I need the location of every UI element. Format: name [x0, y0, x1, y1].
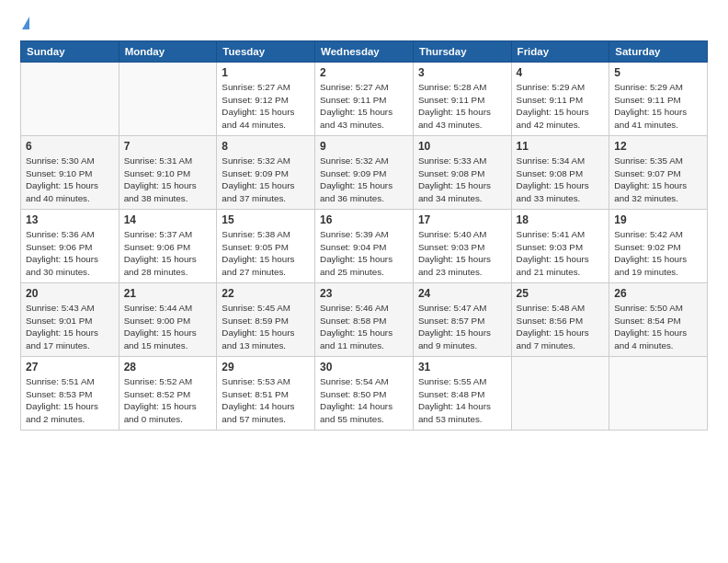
day-number: 12: [614, 140, 702, 153]
page: SundayMondayTuesdayWednesdayThursdayFrid…: [0, 0, 728, 440]
calendar-day: 21Sunrise: 5:44 AM Sunset: 9:00 PM Dayli…: [119, 283, 217, 357]
day-number: 15: [222, 213, 310, 226]
calendar-day: 2Sunrise: 5:27 AM Sunset: 9:11 PM Daylig…: [315, 63, 414, 136]
calendar-header-row: SundayMondayTuesdayWednesdayThursdayFrid…: [21, 41, 708, 63]
calendar-day: 15Sunrise: 5:38 AM Sunset: 9:05 PM Dayli…: [217, 210, 315, 283]
calendar-day: 28Sunrise: 5:52 AM Sunset: 8:52 PM Dayli…: [119, 357, 217, 431]
calendar-day: [119, 63, 217, 136]
day-number: 7: [124, 140, 212, 153]
day-detail: Sunrise: 5:38 AM Sunset: 9:05 PM Dayligh…: [222, 228, 310, 279]
day-number: 10: [418, 140, 506, 153]
day-detail: Sunrise: 5:32 AM Sunset: 9:09 PM Dayligh…: [320, 155, 408, 205]
calendar-day: 7Sunrise: 5:31 AM Sunset: 9:10 PM Daylig…: [119, 136, 217, 210]
day-detail: Sunrise: 5:28 AM Sunset: 9:11 PM Dayligh…: [418, 81, 506, 132]
day-detail: Sunrise: 5:36 AM Sunset: 9:06 PM Dayligh…: [26, 228, 114, 279]
day-number: 4: [517, 66, 605, 79]
day-header-monday: Monday: [119, 41, 217, 63]
day-number: 16: [320, 213, 408, 226]
day-number: 9: [320, 140, 408, 153]
calendar-day: 31Sunrise: 5:55 AM Sunset: 8:48 PM Dayli…: [413, 357, 511, 431]
calendar-day: 22Sunrise: 5:45 AM Sunset: 8:59 PM Dayli…: [217, 283, 315, 357]
day-number: 18: [517, 213, 605, 226]
day-detail: Sunrise: 5:27 AM Sunset: 9:11 PM Dayligh…: [320, 81, 408, 132]
calendar-day: 30Sunrise: 5:54 AM Sunset: 8:50 PM Dayli…: [315, 357, 414, 431]
day-detail: Sunrise: 5:44 AM Sunset: 9:00 PM Dayligh…: [124, 302, 212, 352]
calendar-week-2: 6Sunrise: 5:30 AM Sunset: 9:10 PM Daylig…: [21, 136, 708, 210]
day-number: 11: [517, 140, 605, 153]
calendar-week-4: 20Sunrise: 5:43 AM Sunset: 9:01 PM Dayli…: [21, 283, 708, 357]
header: [20, 17, 708, 29]
calendar-day: 10Sunrise: 5:33 AM Sunset: 9:08 PM Dayli…: [413, 136, 511, 210]
calendar-day: 20Sunrise: 5:43 AM Sunset: 9:01 PM Dayli…: [21, 283, 119, 357]
calendar-day: 26Sunrise: 5:50 AM Sunset: 8:54 PM Dayli…: [609, 283, 708, 357]
day-detail: Sunrise: 5:42 AM Sunset: 9:02 PM Dayligh…: [614, 228, 702, 279]
calendar-day: 11Sunrise: 5:34 AM Sunset: 9:08 PM Dayli…: [511, 136, 609, 210]
logo: [20, 17, 29, 29]
day-number: 22: [222, 287, 310, 300]
calendar-day: 17Sunrise: 5:40 AM Sunset: 9:03 PM Dayli…: [413, 210, 511, 283]
calendar-day: [609, 357, 708, 431]
calendar-day: 5Sunrise: 5:29 AM Sunset: 9:11 PM Daylig…: [609, 63, 708, 136]
day-detail: Sunrise: 5:27 AM Sunset: 9:12 PM Dayligh…: [222, 81, 310, 132]
day-detail: Sunrise: 5:55 AM Sunset: 8:48 PM Dayligh…: [418, 375, 506, 426]
day-number: 17: [418, 213, 506, 226]
day-number: 26: [614, 287, 702, 300]
day-detail: Sunrise: 5:39 AM Sunset: 9:04 PM Dayligh…: [320, 228, 408, 279]
day-detail: Sunrise: 5:40 AM Sunset: 9:03 PM Dayligh…: [418, 228, 506, 279]
day-header-saturday: Saturday: [609, 41, 708, 63]
calendar-day: 13Sunrise: 5:36 AM Sunset: 9:06 PM Dayli…: [21, 210, 119, 283]
calendar-day: 19Sunrise: 5:42 AM Sunset: 9:02 PM Dayli…: [609, 210, 708, 283]
calendar-day: 25Sunrise: 5:48 AM Sunset: 8:56 PM Dayli…: [511, 283, 609, 357]
day-header-wednesday: Wednesday: [315, 41, 414, 63]
calendar-week-5: 27Sunrise: 5:51 AM Sunset: 8:53 PM Dayli…: [21, 357, 708, 431]
day-detail: Sunrise: 5:52 AM Sunset: 8:52 PM Dayligh…: [124, 375, 212, 426]
day-number: 24: [418, 287, 506, 300]
day-number: 25: [517, 287, 605, 300]
day-header-thursday: Thursday: [413, 41, 511, 63]
calendar-day: 29Sunrise: 5:53 AM Sunset: 8:51 PM Dayli…: [217, 357, 315, 431]
day-number: 31: [418, 361, 506, 373]
day-detail: Sunrise: 5:34 AM Sunset: 9:08 PM Dayligh…: [517, 155, 605, 205]
calendar-day: 1Sunrise: 5:27 AM Sunset: 9:12 PM Daylig…: [217, 63, 315, 136]
day-number: 6: [26, 140, 114, 153]
day-number: 13: [26, 213, 114, 226]
calendar-week-1: 1Sunrise: 5:27 AM Sunset: 9:12 PM Daylig…: [21, 63, 708, 136]
calendar-day: 24Sunrise: 5:47 AM Sunset: 8:57 PM Dayli…: [413, 283, 511, 357]
day-header-friday: Friday: [511, 41, 609, 63]
day-number: 1: [222, 66, 310, 79]
day-number: 28: [124, 361, 212, 373]
calendar-day: 6Sunrise: 5:30 AM Sunset: 9:10 PM Daylig…: [21, 136, 119, 210]
day-number: 30: [320, 361, 408, 373]
day-detail: Sunrise: 5:32 AM Sunset: 9:09 PM Dayligh…: [222, 155, 310, 205]
calendar-day: 9Sunrise: 5:32 AM Sunset: 9:09 PM Daylig…: [315, 136, 414, 210]
calendar-day: 4Sunrise: 5:29 AM Sunset: 9:11 PM Daylig…: [511, 63, 609, 136]
day-detail: Sunrise: 5:29 AM Sunset: 9:11 PM Dayligh…: [517, 81, 605, 132]
calendar-table: SundayMondayTuesdayWednesdayThursdayFrid…: [20, 40, 708, 431]
day-detail: Sunrise: 5:41 AM Sunset: 9:03 PM Dayligh…: [517, 228, 605, 279]
day-number: 29: [222, 361, 310, 373]
day-detail: Sunrise: 5:48 AM Sunset: 8:56 PM Dayligh…: [517, 302, 605, 352]
day-detail: Sunrise: 5:51 AM Sunset: 8:53 PM Dayligh…: [26, 375, 114, 426]
day-detail: Sunrise: 5:47 AM Sunset: 8:57 PM Dayligh…: [418, 302, 506, 352]
day-number: 21: [124, 287, 212, 300]
calendar-day: 16Sunrise: 5:39 AM Sunset: 9:04 PM Dayli…: [315, 210, 414, 283]
day-number: 19: [614, 213, 702, 226]
day-header-tuesday: Tuesday: [217, 41, 315, 63]
day-header-sunday: Sunday: [21, 41, 119, 63]
calendar-day: 12Sunrise: 5:35 AM Sunset: 9:07 PM Dayli…: [609, 136, 708, 210]
day-detail: Sunrise: 5:33 AM Sunset: 9:08 PM Dayligh…: [418, 155, 506, 205]
calendar-day: 18Sunrise: 5:41 AM Sunset: 9:03 PM Dayli…: [511, 210, 609, 283]
day-detail: Sunrise: 5:50 AM Sunset: 8:54 PM Dayligh…: [614, 302, 702, 352]
calendar-day: 27Sunrise: 5:51 AM Sunset: 8:53 PM Dayli…: [21, 357, 119, 431]
calendar-day: 14Sunrise: 5:37 AM Sunset: 9:06 PM Dayli…: [119, 210, 217, 283]
day-number: 3: [418, 66, 506, 79]
calendar-day: 8Sunrise: 5:32 AM Sunset: 9:09 PM Daylig…: [217, 136, 315, 210]
day-number: 20: [26, 287, 114, 300]
calendar-day: [511, 357, 609, 431]
day-detail: Sunrise: 5:30 AM Sunset: 9:10 PM Dayligh…: [26, 155, 114, 205]
day-number: 5: [614, 66, 702, 79]
day-number: 8: [222, 140, 310, 153]
logo-icon: [22, 17, 29, 29]
calendar-day: 23Sunrise: 5:46 AM Sunset: 8:58 PM Dayli…: [315, 283, 414, 357]
day-number: 14: [124, 213, 212, 226]
